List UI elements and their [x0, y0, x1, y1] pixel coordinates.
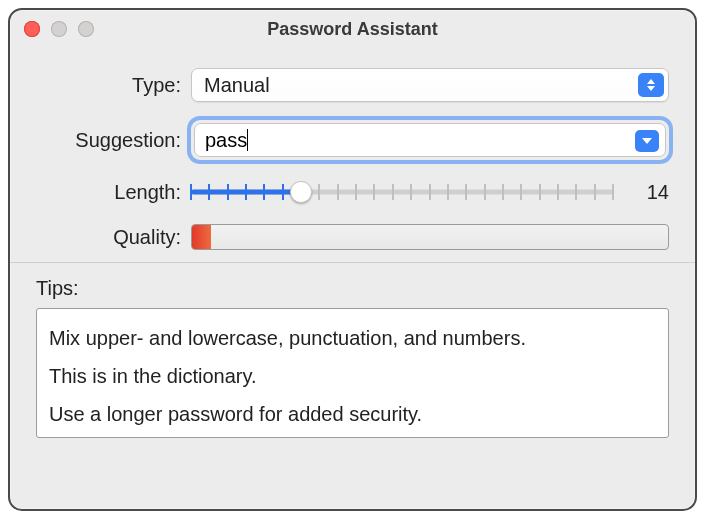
- tips-section: Tips: Mix upper- and lowercase, punctuat…: [10, 262, 695, 438]
- slider-tick: [263, 184, 265, 200]
- length-row: Length: 14: [36, 178, 669, 206]
- slider-tick: [410, 184, 412, 200]
- close-icon[interactable]: [24, 21, 40, 37]
- password-assistant-window: Password Assistant Type: Manual Suggesti…: [8, 8, 697, 511]
- type-row: Type: Manual: [36, 68, 669, 102]
- quality-row: Quality:: [36, 224, 669, 250]
- slider-tick: [520, 184, 522, 200]
- tips-box: Mix upper- and lowercase, punctuation, a…: [36, 308, 669, 438]
- slider-tick: [429, 184, 431, 200]
- slider-tick: [373, 184, 375, 200]
- slider-tick: [337, 184, 339, 200]
- type-selected-value: Manual: [204, 74, 270, 97]
- suggestion-combobox[interactable]: pass: [194, 123, 666, 157]
- suggestion-label: Suggestion:: [36, 129, 191, 152]
- quality-meter: [191, 224, 669, 250]
- slider-tick: [539, 184, 541, 200]
- slider-tick: [484, 184, 486, 200]
- quality-fill: [192, 225, 211, 249]
- suggestion-focus-ring: pass: [191, 120, 669, 160]
- slider-tick: [575, 184, 577, 200]
- text-caret: [247, 129, 248, 151]
- titlebar: Password Assistant: [10, 10, 695, 48]
- chevron-down-icon[interactable]: [635, 130, 659, 152]
- tip-line: Mix upper- and lowercase, punctuation, a…: [49, 319, 656, 357]
- slider-tick: [208, 184, 210, 200]
- form-area: Type: Manual Suggestion: pass Leng: [10, 48, 695, 250]
- length-slider[interactable]: [191, 178, 613, 206]
- tip-line: This is in the dictionary.: [49, 357, 656, 395]
- length-value: 14: [631, 181, 669, 204]
- slider-tick: [447, 184, 449, 200]
- slider-knob[interactable]: [290, 181, 312, 203]
- suggestion-row: Suggestion: pass: [36, 120, 669, 160]
- slider-tick: [594, 184, 596, 200]
- type-label: Type:: [36, 74, 191, 97]
- slider-tick: [612, 184, 614, 200]
- length-label: Length:: [36, 181, 191, 204]
- slider-tick: [502, 184, 504, 200]
- slider-tick: [355, 184, 357, 200]
- slider-tick: [245, 184, 247, 200]
- window-controls: [24, 21, 94, 37]
- tip-line: Use a longer password for added security…: [49, 395, 656, 433]
- type-select[interactable]: Manual: [191, 68, 669, 102]
- slider-tick: [227, 184, 229, 200]
- updown-icon: [638, 73, 664, 97]
- slider-tick: [557, 184, 559, 200]
- slider-tick: [190, 184, 192, 200]
- suggestion-value: pass: [205, 129, 247, 152]
- minimize-icon[interactable]: [51, 21, 67, 37]
- slider-tick: [392, 184, 394, 200]
- slider-tick: [318, 184, 320, 200]
- slider-tick: [282, 184, 284, 200]
- window-title: Password Assistant: [10, 19, 695, 40]
- zoom-icon[interactable]: [78, 21, 94, 37]
- slider-tick: [465, 184, 467, 200]
- tips-label: Tips:: [36, 277, 669, 300]
- quality-label: Quality:: [36, 226, 191, 249]
